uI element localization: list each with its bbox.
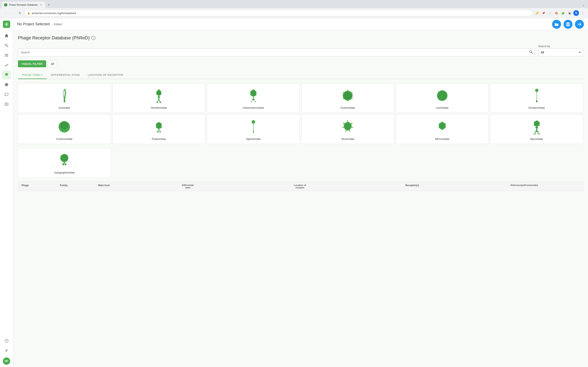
share-button[interactable] bbox=[575, 20, 584, 29]
phage-card-corticoviridae[interactable]: Corticoviridae bbox=[18, 114, 111, 144]
app-logo[interactable] bbox=[3, 21, 10, 28]
search-button[interactable] bbox=[529, 50, 533, 55]
phage-illustration-drexlerviridae bbox=[528, 87, 545, 104]
sidebar-item-forward[interactable] bbox=[2, 346, 11, 355]
svg-rect-27 bbox=[157, 96, 160, 98]
tab-menu-button[interactable]: ⌄ bbox=[581, 2, 586, 7]
search-by-label: Search by bbox=[538, 45, 583, 48]
info-icon[interactable]: i bbox=[91, 36, 95, 40]
star-icon[interactable]: ☆ bbox=[547, 10, 553, 16]
sidebar-item-messages[interactable] bbox=[2, 90, 11, 99]
phage-illustration-autographiviridae bbox=[56, 152, 72, 169]
svg-point-56 bbox=[343, 92, 344, 93]
reload-button[interactable]: ↻ bbox=[17, 10, 23, 16]
sidebar-item-atom[interactable] bbox=[2, 80, 11, 89]
window-icon[interactable]: ▣ bbox=[567, 10, 572, 16]
svg-rect-93 bbox=[535, 131, 538, 132]
tab-location-of-receptor[interactable]: LOCATION OF RECEPTOR bbox=[84, 71, 127, 79]
svg-rect-76 bbox=[253, 124, 254, 132]
sidebar-item-layers[interactable] bbox=[2, 51, 11, 60]
phage-illustration-microviridae bbox=[434, 119, 450, 135]
forward-button[interactable]: → bbox=[10, 10, 16, 16]
phage-card-drexlerviridae[interactable]: Drexlerviridae bbox=[490, 83, 583, 113]
user-avatar[interactable]: NP bbox=[3, 358, 10, 365]
save-button[interactable] bbox=[563, 20, 572, 29]
phage-card-myoviridae[interactable]: Myoviridae bbox=[490, 114, 583, 144]
phage-card-tectiviridae[interactable]: Tectiviridae bbox=[301, 114, 394, 144]
svg-point-85 bbox=[342, 127, 344, 128]
svg-rect-4 bbox=[5, 54, 8, 54]
phage-name-cystoviridae: Cystoviridae bbox=[341, 106, 355, 109]
phage-card-podoviridae[interactable]: Podoviridae bbox=[112, 114, 205, 144]
tab-favicon bbox=[4, 3, 7, 7]
svg-rect-6 bbox=[5, 56, 8, 57]
svg-point-80 bbox=[347, 120, 348, 121]
sidebar-item-database[interactable] bbox=[2, 70, 11, 79]
chrome-menu-button[interactable]: ⋮ bbox=[580, 10, 586, 16]
svg-line-69 bbox=[157, 129, 159, 132]
svg-line-23 bbox=[532, 53, 533, 54]
new-tab-button[interactable]: + bbox=[46, 2, 52, 8]
sidebar-item-analytics[interactable] bbox=[2, 60, 11, 69]
svg-point-43 bbox=[251, 101, 252, 102]
phage-card-inoviridae[interactable]: Inoviridae bbox=[18, 83, 111, 113]
svg-point-83 bbox=[349, 131, 350, 132]
col-header-host: Main host bbox=[98, 184, 131, 189]
address-bar[interactable]: 🔒 portal.bio-conversion.org/home/phred bbox=[25, 10, 532, 16]
svg-point-75 bbox=[251, 120, 255, 124]
app-layout: ? NP No Project Selected - Edited P bbox=[0, 18, 588, 367]
svg-rect-13 bbox=[5, 103, 8, 105]
svg-rect-38 bbox=[253, 97, 254, 99]
active-tab[interactable]: Phase Receptor Database ✕ bbox=[2, 2, 45, 8]
sidebar-item-help[interactable]: ? bbox=[2, 336, 11, 345]
search-box bbox=[18, 49, 535, 56]
svg-point-100 bbox=[538, 134, 539, 134]
tab-differential-stain[interactable]: DIFFERENTIAL STAIN bbox=[47, 71, 84, 79]
svg-point-55 bbox=[343, 98, 344, 99]
svg-rect-21 bbox=[567, 25, 569, 26]
profile-button[interactable]: N bbox=[573, 10, 579, 16]
phage-card-cystoviridae[interactable]: Cystoviridae bbox=[301, 83, 394, 113]
page-title: Phage Receptor Database (PhReD) bbox=[18, 35, 90, 41]
tab-phage-family[interactable]: PHAGE FAMILY bbox=[18, 71, 47, 79]
open-folder-button[interactable] bbox=[552, 20, 561, 29]
phage-illustration-tectiviridae bbox=[339, 119, 356, 135]
svg-line-3 bbox=[7, 46, 8, 47]
sidebar-item-list[interactable] bbox=[2, 100, 11, 109]
search-by-select[interactable]: All Phage Family Host Receptor bbox=[538, 49, 583, 56]
tab-close-button[interactable]: ✕ bbox=[39, 3, 43, 7]
phage-name-herelleviridae: Herelleviridae bbox=[151, 106, 167, 109]
sidebar-item-home[interactable] bbox=[2, 31, 11, 40]
svg-point-52 bbox=[351, 92, 353, 93]
phage-card-siphoviridae[interactable]: Siphoviridae bbox=[207, 114, 300, 144]
search-input[interactable] bbox=[18, 49, 535, 56]
svg-rect-61 bbox=[536, 92, 537, 101]
phage-grid: Inoviridae bbox=[18, 83, 583, 144]
browser-chrome: Phase Receptor Database ✕ + ⌄ ← → ↻ 🔒 po… bbox=[0, 0, 588, 18]
key-icon[interactable]: 🔑 bbox=[534, 10, 540, 16]
phage-illustration-siphoviridae bbox=[245, 119, 261, 135]
edited-badge: - Edited bbox=[52, 23, 62, 26]
svg-point-62 bbox=[536, 100, 537, 102]
svg-point-1 bbox=[6, 24, 7, 25]
phage-illustration-leviviridae bbox=[434, 87, 450, 104]
phage-card-microviridae[interactable]: Microviridae bbox=[396, 114, 489, 144]
alpha-filter-button[interactable]: αβ bbox=[48, 60, 57, 67]
phage-card-leviviridae[interactable]: Leviviridae bbox=[396, 83, 489, 113]
page-header: Phage Receptor Database (PhReD) i bbox=[18, 35, 583, 41]
tab-title: Phase Receptor Database bbox=[9, 3, 38, 6]
phage-name-drexlerviridae: Drexlerviridae bbox=[528, 106, 545, 109]
url-text: portal.bio-conversion.org/home/phred bbox=[32, 12, 530, 15]
colorpicker-icon[interactable]: 🎨 bbox=[554, 10, 559, 16]
sidebar-item-search[interactable] bbox=[2, 41, 11, 50]
phage-card-autographiviridae[interactable]: Autographiviridae bbox=[18, 148, 111, 178]
svg-point-98 bbox=[534, 133, 534, 134]
project-title: No Project Selected bbox=[17, 22, 50, 26]
col-header-phage: Phage bbox=[21, 184, 58, 189]
bookmark-icon[interactable]: 📌 bbox=[541, 10, 546, 16]
visual-filter-button[interactable]: VISUAL FILTER bbox=[18, 60, 46, 67]
extensions-icon[interactable]: 🧩 bbox=[560, 10, 566, 16]
phage-card-herelleviridae[interactable]: Herelleviridae bbox=[112, 83, 205, 113]
back-button[interactable]: ← bbox=[2, 10, 8, 16]
phage-card-ackermannviridae[interactable]: Ackermannviridae bbox=[207, 83, 300, 113]
